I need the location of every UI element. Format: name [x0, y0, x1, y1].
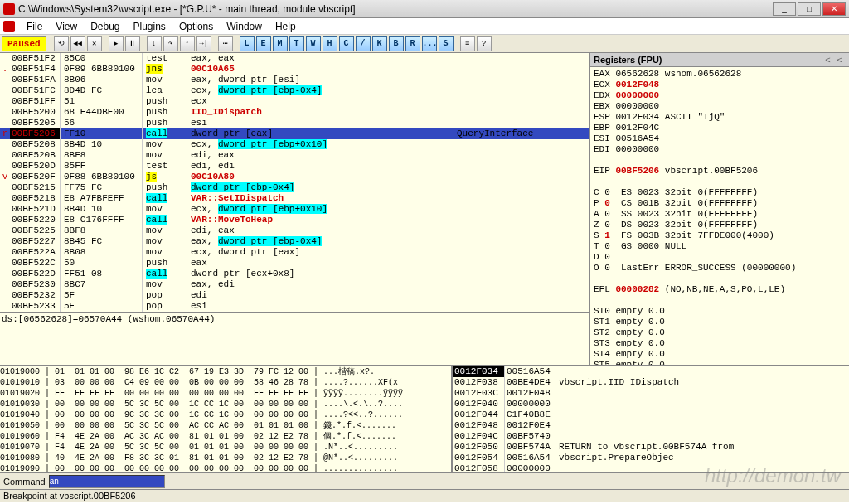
disasm-row[interactable]: 00BF522DFF51 08calldword ptr [ecx+0x8] — [0, 269, 589, 279]
disasm-row[interactable]: 00BF5218E8 A7FBFEFFcallVAR::SetIDispatch — [0, 193, 589, 204]
stack-row[interactable]: 0012F0480012F0E4 — [453, 420, 849, 431]
disasm-row[interactable]: r00BF5206FF10calldword ptr [eax]QueryInt… — [0, 128, 589, 139]
stack-row[interactable]: 0012F05800000000 — [453, 463, 849, 472]
toolbar-trace[interactable]: ⋯ — [218, 36, 233, 51]
menu-options[interactable]: Options — [172, 19, 220, 34]
disasm-row[interactable]: 00BF5215FF75 FCpushdword ptr [ebp-0x4] — [0, 182, 589, 193]
toolbar-runto[interactable]: →| — [196, 36, 211, 51]
register-EDI[interactable]: EDI 00000000 — [594, 144, 846, 155]
stack-row[interactable]: 0012F044C1F40B8E — [453, 410, 849, 420]
toolbar-letter-T[interactable]: T — [289, 36, 304, 51]
register-ESP[interactable]: ESP 0012F034 ASCII "TjQ" — [594, 112, 846, 123]
register-EAX[interactable]: EAX 06562628 wshom.06562628 — [594, 69, 846, 80]
toolbar-close[interactable]: ✕ — [87, 36, 102, 51]
stack-row[interactable]: 0012F03800BE4DE4vbscript.IID_IDispatch — [453, 377, 849, 388]
maximize-button[interactable]: □ — [798, 2, 821, 16]
flag-line: O 0 LastErr ERROR_SUCCESS (00000000) — [594, 263, 846, 274]
menu-window[interactable]: Window — [220, 19, 269, 34]
disasm-row[interactable]: 00BF520556pushesi — [0, 118, 589, 128]
dump-row[interactable]: 01019010 | 03 00 00 00 C4 09 00 00 0B 00… — [0, 377, 451, 388]
stack-row[interactable]: 0012F04C00BF5740 — [453, 431, 849, 442]
register-EBX[interactable]: EBX 00000000 — [594, 101, 846, 112]
toolbar-letter-B[interactable]: B — [389, 36, 404, 51]
dump-row[interactable]: 01019050 | 00 00 00 00 5C 3C 5C 00 AC CC… — [0, 420, 451, 431]
registers-pane[interactable]: Registers (FPU) < < EAX 06562628 wshom.0… — [590, 53, 849, 365]
disasm-row[interactable]: 00BF52335Epopesi — [0, 301, 589, 312]
disasm-row[interactable]: v00BF520F0F88 6BB80100js00C10A80 — [0, 172, 589, 182]
toolbar-settings[interactable]: ≡ — [460, 36, 475, 51]
disasm-row[interactable]: 00BF522C50pusheax — [0, 258, 589, 269]
dump-row[interactable]: 01019040 | 00 00 00 00 9C 3C 3C 00 1C CC… — [0, 410, 451, 420]
disasm-row[interactable]: .00BF51F40F89 6BB80100jns00C10A65 — [0, 64, 589, 75]
dump-row[interactable]: 01019000 | 01 01 01 00 98 E6 1C C2 67 19… — [0, 366, 451, 377]
menu-file[interactable]: File — [20, 19, 49, 34]
toolbar-stepover[interactable]: ↷ — [163, 36, 178, 51]
toolbar-stepinto[interactable]: ↓ — [147, 36, 162, 51]
stack-row[interactable]: 0012F05000BF574ARETURN to vbscript.00BF5… — [453, 442, 849, 453]
menu-view[interactable]: View — [49, 19, 84, 34]
disasm-row[interactable]: 00BF520D85FFtestedi, edi — [0, 161, 589, 172]
register-ESI[interactable]: ESI 00516A54 — [594, 133, 846, 144]
toolbar-letter-W[interactable]: W — [306, 36, 321, 51]
toolbar-pause[interactable]: ⏸ — [125, 36, 140, 51]
disasm-row[interactable]: 00BF52088B4D 10movecx, dword ptr [ebp+0x… — [0, 139, 589, 150]
toolbar-letter-H[interactable]: H — [323, 36, 337, 51]
scroll-left-icon[interactable]: < — [822, 55, 833, 65]
hex-dump-pane[interactable]: 01019000 | 01 01 01 00 98 E6 1C C2 67 19… — [0, 366, 453, 472]
toolbar-letter-M[interactable]: M — [273, 36, 288, 51]
dump-row[interactable]: 01019060 | F4 4E 2A 00 AC 3C AC 00 81 01… — [0, 431, 451, 442]
register-ECX[interactable]: ECX 0012F048 — [594, 80, 846, 90]
disasm-row[interactable]: 00BF520068 E44DBE00pushIID_IDispatch — [0, 107, 589, 118]
toolbar-restart[interactable]: ⟲ — [54, 36, 69, 51]
stack-row[interactable]: 0012F04000000000 — [453, 399, 849, 410]
disasm-row[interactable]: 00BF51FC8D4D FCleaecx, dword ptr [ebp-0x… — [0, 85, 589, 96]
toolbar-stepout[interactable]: ↑ — [180, 36, 195, 51]
disassembly-pane[interactable]: 00BF51F285C0testeax, eax.00BF51F40F89 6B… — [0, 53, 590, 365]
toolbar-help[interactable]: ? — [477, 36, 492, 51]
dump-row[interactable]: 01019080 | 40 4E 2A 00 F8 3C 3C 01 81 01… — [0, 453, 451, 463]
menu-debug[interactable]: Debug — [84, 19, 126, 34]
disasm-row[interactable]: 00BF520B8BF8movedi, eax — [0, 150, 589, 161]
scroll-right-icon[interactable]: < — [834, 55, 846, 65]
disasm-row[interactable]: 00BF52258BF8movedi, eax — [0, 225, 589, 236]
disasm-row[interactable]: 00BF52278B45 FCmoveax, dword ptr [ebp-0x… — [0, 236, 589, 247]
toolbar-letter-C[interactable]: C — [339, 36, 354, 51]
minimize-button[interactable]: _ — [773, 2, 796, 16]
toolbar-run[interactable]: ▶ — [109, 36, 124, 51]
stack-row[interactable]: 0012F05400516A54 — [453, 453, 849, 463]
command-input[interactable] — [49, 475, 165, 488]
register-EIP[interactable]: EIP 00BF5206 vbscript.00BF5206 — [594, 166, 846, 177]
dump-row[interactable]: 01019020 | FF FF FF FF 00 00 00 00 00 00… — [0, 388, 451, 399]
dump-row[interactable]: 01019090 | 00 00 00 00 00 00 00 00 00 00… — [0, 463, 451, 472]
toolbar-letter-K[interactable]: K — [372, 36, 387, 51]
disasm-row[interactable]: 00BF5220E8 C176FFFFcallVAR::MoveToHeap — [0, 215, 589, 225]
dump-row[interactable]: 01019030 | 00 00 00 00 5C 3C 5C 00 1C CC… — [0, 399, 451, 410]
menu-plugins[interactable]: Plugins — [127, 19, 172, 34]
disasm-row[interactable]: 00BF51F285C0testeax, eax — [0, 53, 589, 64]
close-button[interactable]: ✕ — [822, 2, 846, 16]
status-bar: Breakpoint at vbscript.00BF5206 — [0, 489, 849, 502]
toolbar-letter-E[interactable]: E — [256, 36, 271, 51]
titlebar: C:\Windows\System32\wscript.exe - [*G.P.… — [0, 0, 849, 18]
toolbar-letter-...[interactable]: ... — [422, 36, 437, 51]
disasm-row[interactable]: 00BF51FF51pushecx — [0, 96, 589, 107]
stack-pane[interactable]: 0012F03400516A540012F03800BE4DE4vbscript… — [453, 366, 849, 472]
register-EBP[interactable]: EBP 0012F04C — [594, 123, 846, 133]
toolbar-letter-/[interactable]: / — [356, 36, 371, 51]
disasm-row[interactable]: 00BF52308BC7moveax, edi — [0, 279, 589, 290]
toolbar-back[interactable]: ◀◀ — [70, 36, 85, 51]
toolbar-letter-S[interactable]: S — [439, 36, 454, 51]
disasm-row[interactable]: 00BF522A8B08movecx, dword ptr [eax] — [0, 247, 589, 258]
toolbar-letter-R[interactable]: R — [405, 36, 420, 51]
stack-row[interactable]: 0012F03C0012F048 — [453, 388, 849, 399]
disasm-row[interactable]: 00BF521D8B4D 10movecx, dword ptr [ebp+0x… — [0, 204, 589, 215]
dump-row[interactable]: 01019070 | F4 4E 2A 00 5C 3C 5C 00 01 01… — [0, 442, 451, 453]
flag-line: P 0 CS 001B 32bit 0(FFFFFFFF) — [594, 198, 846, 209]
menu-help[interactable]: Help — [269, 19, 303, 34]
disasm-row[interactable]: 00BF51FA8B06moveax, dword ptr [esi] — [0, 75, 589, 85]
toolbar-letter-L[interactable]: L — [240, 36, 255, 51]
stack-row[interactable]: 0012F03400516A54 — [453, 366, 849, 377]
disasm-row[interactable]: 00BF52325Fpopedi — [0, 290, 589, 301]
register-EDX[interactable]: EDX 00000000 — [594, 90, 846, 101]
info-line: ds:[06562628]=06570A44 (wshom.06570A44) — [0, 312, 589, 326]
